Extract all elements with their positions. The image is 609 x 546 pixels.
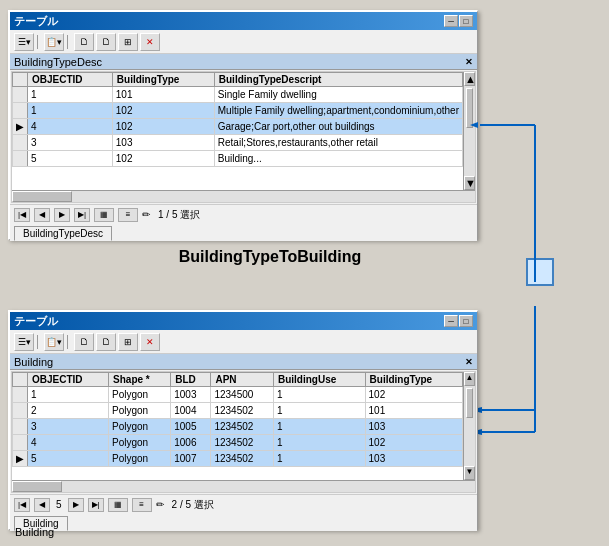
- menu-btn-1[interactable]: ☰▾: [14, 33, 34, 51]
- col-bld-2: BLD: [171, 373, 211, 387]
- cell-desc: Retail;Stores,restaurants,other retail: [214, 135, 462, 151]
- close-sub-2[interactable]: ✕: [465, 357, 473, 367]
- current-record-2: 5: [54, 499, 64, 510]
- cell-apn: 1234502: [211, 419, 274, 435]
- window-building: テーブル ─ □ ☰▾ 📋▾ 🗋 🗋 ⊞ ✕ Building ✕: [8, 310, 478, 530]
- window-buildingtypedesc: テーブル ─ □ ☰▾ 📋▾ 🗋 🗋 ⊞ ✕ BuildingTypeDesc …: [8, 10, 478, 240]
- last-btn-1[interactable]: ▶|: [74, 208, 90, 222]
- cell-objectid: 4: [28, 119, 113, 135]
- scroll-down-btn-2[interactable]: ▼: [464, 466, 475, 480]
- prev-btn-1[interactable]: ◀: [34, 208, 50, 222]
- hscroll-1[interactable]: [12, 190, 475, 202]
- first-btn-1[interactable]: |◀: [14, 208, 30, 222]
- col-objectid-1: OBJECTID: [28, 73, 113, 87]
- cell-use: 1: [273, 403, 365, 419]
- grid-view-btn-1[interactable]: ▦: [94, 208, 114, 222]
- table-row[interactable]: 3 Polygon 1005 1234502 1 103: [13, 419, 463, 435]
- scroll-up-btn-2[interactable]: ▲: [464, 372, 475, 386]
- cell-shape: Polygon: [109, 403, 171, 419]
- row-indicator: [13, 419, 28, 435]
- titlebar-buttons-2: ─ □: [444, 315, 473, 327]
- subheader-label-2: Building: [14, 356, 53, 368]
- vscroll-2[interactable]: ▲ ▼: [463, 372, 475, 480]
- next-btn-1[interactable]: ▶: [54, 208, 70, 222]
- cell-buildingtype: 102: [112, 119, 214, 135]
- record-count-1: 1 / 5 選択: [154, 208, 204, 222]
- grid-btn-2[interactable]: ⊞: [118, 333, 138, 351]
- copy-btn-2[interactable]: 🗋: [74, 333, 94, 351]
- sep-1a: [37, 35, 41, 49]
- edit-icon-2: ✏: [156, 499, 164, 510]
- cell-buildingtype: 103: [112, 135, 214, 151]
- cell-desc: Building...: [214, 151, 462, 167]
- minimize-btn-1[interactable]: ─: [444, 15, 458, 27]
- menu-btn-2[interactable]: ☰▾: [14, 333, 34, 351]
- col-type-2: BuildingType: [365, 373, 462, 387]
- paste-btn-1[interactable]: 🗋: [96, 33, 116, 51]
- cell-objectid: 1: [28, 103, 113, 119]
- cell-bld: 1007: [171, 451, 211, 467]
- maximize-btn-2[interactable]: □: [459, 315, 473, 327]
- cell-objectid: 5: [28, 451, 109, 467]
- table-row[interactable]: 1 101 Single Family dwelling: [13, 87, 463, 103]
- table-row[interactable]: 1 Polygon 1003 1234500 1 102: [13, 387, 463, 403]
- title-2: テーブル: [14, 314, 58, 329]
- prev-btn-2[interactable]: ◀: [34, 498, 50, 512]
- cell-buildingtype: 102: [112, 151, 214, 167]
- subheader-2: Building ✕: [10, 354, 477, 370]
- delete-btn-2[interactable]: ✕: [140, 333, 160, 351]
- tab-1[interactable]: BuildingTypeDesc: [14, 226, 112, 241]
- cell-shape: Polygon: [109, 451, 171, 467]
- title-1: テーブル: [14, 14, 58, 29]
- building-label: Building: [15, 526, 54, 538]
- col-desc-1: BuildingTypeDescript: [214, 73, 462, 87]
- cell-type: 103: [365, 451, 462, 467]
- sep-2a: [37, 335, 41, 349]
- table-row[interactable]: 2 Polygon 1004 1234502 1 101: [13, 403, 463, 419]
- hscroll-2[interactable]: [12, 480, 475, 492]
- table-row[interactable]: 1 102 Multiple Family dwelling;apartment…: [13, 103, 463, 119]
- cell-buildingtype: 102: [112, 103, 214, 119]
- cell-use: 1: [273, 435, 365, 451]
- table-row[interactable]: 4 Polygon 1006 1234502 1 102: [13, 435, 463, 451]
- row-indicator: [13, 87, 28, 103]
- list-view-btn-1[interactable]: ≡: [118, 208, 138, 222]
- cell-type: 101: [365, 403, 462, 419]
- cell-shape: Polygon: [109, 435, 171, 451]
- cell-bld: 1005: [171, 419, 211, 435]
- cell-apn: 1234502: [211, 403, 274, 419]
- options-btn-2[interactable]: 📋▾: [44, 333, 64, 351]
- table-row[interactable]: ▶ 5 Polygon 1007 1234502 1 103: [13, 451, 463, 467]
- last-btn-2[interactable]: ▶|: [88, 498, 104, 512]
- table-row[interactable]: 5 102 Building...: [13, 151, 463, 167]
- row-indicator: [13, 403, 28, 419]
- row-indicator: [13, 435, 28, 451]
- next-btn-2[interactable]: ▶: [68, 498, 84, 512]
- grid-view-btn-2[interactable]: ▦: [108, 498, 128, 512]
- toolbar-2: ☰▾ 📋▾ 🗋 🗋 ⊞ ✕: [10, 330, 477, 354]
- list-view-btn-2[interactable]: ≡: [132, 498, 152, 512]
- table-row[interactable]: ▶ 4 102 Garage;Car port,other out buildi…: [13, 119, 463, 135]
- subheader-label-1: BuildingTypeDesc: [14, 56, 102, 68]
- hscroll-thumb-2[interactable]: [12, 481, 62, 492]
- table-row[interactable]: 3 103 Retail;Stores,restaurants,other re…: [13, 135, 463, 151]
- hscroll-thumb-1[interactable]: [12, 191, 72, 202]
- options-btn-1[interactable]: 📋▾: [44, 33, 64, 51]
- grid-btn-1[interactable]: ⊞: [118, 33, 138, 51]
- cell-bld: 1003: [171, 387, 211, 403]
- cell-shape: Polygon: [109, 419, 171, 435]
- statusbar-2: |◀ ◀ 5 ▶ ▶| ▦ ≡ ✏ 2 / 5 選択: [10, 494, 477, 514]
- minimize-btn-2[interactable]: ─: [444, 315, 458, 327]
- cell-shape: Polygon: [109, 387, 171, 403]
- scroll-thumb-2[interactable]: [466, 388, 473, 418]
- cell-apn: 1234502: [211, 435, 274, 451]
- row-indicator: [13, 135, 28, 151]
- delete-btn-1[interactable]: ✕: [140, 33, 160, 51]
- paste-btn-2[interactable]: 🗋: [96, 333, 116, 351]
- cell-desc: Single Family dwelling: [214, 87, 462, 103]
- copy-btn-1[interactable]: 🗋: [74, 33, 94, 51]
- first-btn-2[interactable]: |◀: [14, 498, 30, 512]
- cell-objectid: 5: [28, 151, 113, 167]
- titlebar-buttons-1: ─ □: [444, 15, 473, 27]
- cell-bld: 1006: [171, 435, 211, 451]
